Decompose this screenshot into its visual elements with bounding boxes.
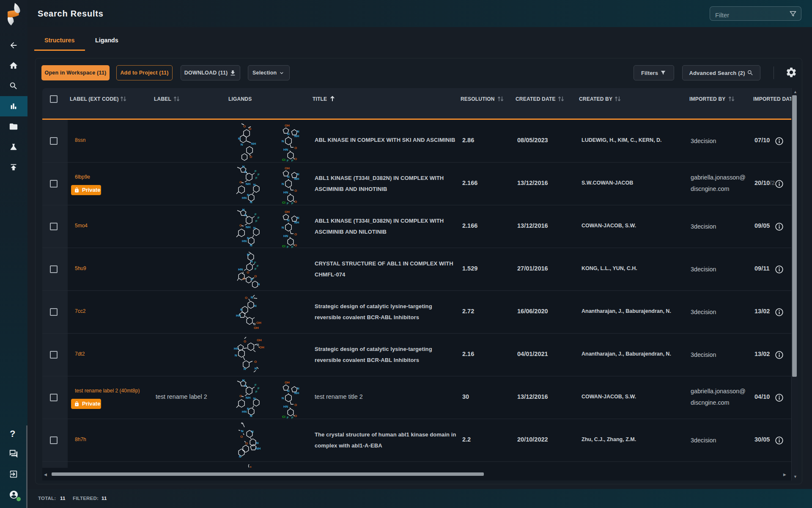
svg-text:OH: OH [257,338,262,342]
svg-text:N: N [251,430,254,433]
svg-text:N: N [287,389,290,393]
svg-text:N: N [287,175,290,179]
svg-text:HN: HN [238,268,243,271]
svg-text:N: N [240,308,243,312]
svg-text:OH: OH [285,381,290,384]
svg-text:O: O [294,189,297,193]
svg-text:O: O [294,146,297,150]
svg-text:N: N [251,295,253,299]
svg-text:N: N [250,260,253,263]
svg-text:OH: OH [259,345,264,349]
svg-text:N: N [247,407,250,411]
svg-text:F: F [291,416,294,419]
svg-text:O: O [254,360,257,364]
svg-text:F: F [255,383,257,387]
svg-text:F: F [291,245,294,248]
svg-text:Cl: Cl [282,244,285,248]
svg-text:N: N [242,165,245,168]
svg-text:N: N [297,216,299,220]
svg-text:Cl: Cl [282,158,285,162]
svg-text:OH: OH [254,326,259,330]
svg-text:F: F [255,213,257,216]
svg-text:F: F [291,159,294,162]
svg-text:F: F [255,267,257,271]
svg-text:N: N [251,277,253,281]
svg-text:HN: HN [283,148,288,152]
svg-text:NH: NH [251,142,256,146]
svg-text:N: N [287,132,290,136]
svg-text:N: N [235,353,237,357]
svg-text:Cl: Cl [282,415,285,419]
svg-text:HN: HN [283,234,288,238]
svg-text:F: F [287,245,289,248]
svg-text:N: N [297,172,299,176]
svg-text:N: N [253,226,256,230]
svg-text:N: N [258,282,260,286]
svg-text:NH: NH [294,177,299,181]
svg-text:O: O [243,124,246,128]
svg-text:N: N [250,243,252,246]
svg-text:O: O [250,155,252,159]
svg-text:N: N [241,429,244,433]
svg-text:F: F [258,216,260,220]
svg-text:OH: OH [256,321,261,325]
svg-text:NH: NH [246,396,251,400]
svg-text:N: N [297,387,299,390]
svg-text:HN: HN [236,314,241,318]
svg-text:F: F [287,416,289,419]
svg-text:N: N [253,397,256,400]
svg-text:N: N [297,130,299,133]
svg-text:F: F [254,261,256,265]
svg-text:F: F [287,202,289,204]
svg-text:F: F [255,219,258,223]
svg-text:OH: OH [285,124,290,127]
svg-text:N: N [242,379,245,382]
svg-text:N: N [253,183,256,187]
svg-text:N: N [242,208,245,212]
svg-text:NH: NH [294,391,299,395]
svg-text:O: O [244,340,246,343]
svg-text:N: N [241,143,243,146]
svg-text:O: O [249,127,251,131]
svg-text:F: F [255,390,258,394]
svg-text:Cl: Cl [282,201,285,204]
svg-text:N: N [250,200,252,203]
svg-text:O: O [294,200,297,204]
svg-text:N: N [247,236,250,240]
svg-text:NH: NH [294,134,299,138]
svg-text:O: O [294,403,297,407]
svg-text:N: N [287,218,290,222]
svg-text:N: N [282,226,284,229]
svg-text:N: N [244,367,246,371]
svg-text:N: N [282,396,284,400]
svg-text:O: O [294,414,297,418]
svg-text:F: F [257,264,259,268]
svg-text:NH: NH [256,447,261,450]
svg-text:O: O [294,232,297,236]
svg-text:OH: OH [285,166,290,170]
svg-text:F: F [291,202,294,204]
svg-text:F: F [287,159,289,162]
svg-text:OH: OH [285,210,290,214]
svg-text:N: N [247,253,250,257]
svg-text:N: N [247,193,250,197]
svg-text:N: N [250,414,252,417]
svg-text:F: F [258,173,260,177]
svg-text:F: F [255,176,258,180]
svg-text:N: N [256,441,259,445]
svg-text:HN: HN [242,410,247,414]
svg-text:HN: HN [283,190,288,194]
svg-text:NH: NH [246,225,251,229]
svg-text:O: O [247,271,249,274]
svg-text:HN: HN [283,405,288,409]
svg-text:O: O [245,296,247,300]
svg-text:NH: NH [246,182,251,186]
svg-text:HN: HN [242,196,247,200]
svg-text:N: N [238,137,241,141]
svg-text:O: O [294,157,297,161]
svg-text:F: F [255,169,257,173]
svg-text:N: N [254,304,257,308]
svg-text:B: B [253,322,256,326]
svg-text:N: N [282,139,284,143]
svg-text:HN: HN [242,239,247,243]
